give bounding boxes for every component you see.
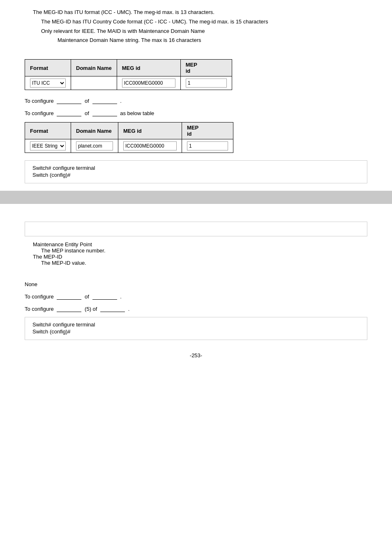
desc-line1: The MEG-ID has ITU format (ICC - UMC). T… bbox=[25, 8, 367, 17]
configure3-dot: . bbox=[120, 294, 122, 300]
table2-domain-input[interactable] bbox=[76, 141, 113, 150]
table2-meg-input[interactable] bbox=[123, 141, 177, 150]
table1-header-meg: MEG id bbox=[117, 60, 180, 76]
configure3-blank2 bbox=[92, 293, 117, 300]
configure4-text1: To configure bbox=[25, 306, 54, 312]
table2-header-meg: MEG id bbox=[118, 123, 182, 139]
table2-header-mep: MEPid bbox=[182, 123, 233, 139]
configure4-dot: . bbox=[128, 306, 130, 312]
table1-header-mep: MEPid bbox=[180, 60, 232, 76]
code-block1-line1: Switch# configure terminal bbox=[32, 165, 360, 171]
configure4-text2: (5) of bbox=[85, 306, 97, 312]
section2-item1: Maintenance Entity Point bbox=[25, 241, 367, 247]
code-block2-line2: Switch (config)# bbox=[32, 328, 360, 335]
table2-domain-cell[interactable] bbox=[71, 139, 118, 153]
table2-row: IEEE String ITU ICC ITU CC-ICC bbox=[25, 139, 233, 153]
code-block2: Switch# configure terminal Switch (confi… bbox=[25, 317, 367, 340]
configure-line2: To configure of as below table bbox=[25, 110, 367, 116]
page: The MEG-ID has ITU format (ICC - UMC). T… bbox=[0, 0, 392, 375]
configure4-blank2 bbox=[100, 305, 125, 312]
table2-header-domain: Domain Name bbox=[71, 123, 118, 139]
configure1-text2: of bbox=[85, 98, 89, 104]
table1-row: ITU ICC ITU CC-ICC IEEE String bbox=[25, 76, 232, 90]
table1-domain-cell bbox=[71, 76, 117, 90]
configure2-blank2 bbox=[92, 110, 117, 116]
code-block2-line1: Switch# configure terminal bbox=[32, 321, 360, 328]
desc-line2: The MEG-ID has ITU Country Code format (… bbox=[25, 18, 367, 26]
table1: Format Domain Name MEG id MEPid ITU ICC … bbox=[25, 59, 232, 90]
code-block1-line2: Switch (config)# bbox=[32, 172, 360, 178]
page-number: -253- bbox=[190, 352, 202, 358]
configure3-text1: To configure bbox=[25, 294, 54, 300]
table1-meg-input[interactable] bbox=[122, 79, 175, 88]
table2-format-select[interactable]: IEEE String ITU ICC ITU CC-ICC bbox=[30, 141, 66, 150]
table1-header-domain: Domain Name bbox=[71, 60, 117, 76]
configure4-blank1 bbox=[57, 305, 81, 312]
section2-item4: The MEP-ID value. bbox=[25, 260, 367, 266]
section2-content: Maintenance Entity Point The MEP instanc… bbox=[25, 241, 367, 266]
none-label: None bbox=[25, 281, 367, 287]
configure3-text2: of bbox=[85, 294, 89, 300]
desc-line4: Maintenance Domain Name string. The max … bbox=[25, 36, 367, 45]
code-block1: Switch# configure terminal Switch (confi… bbox=[25, 160, 367, 183]
table2-format-cell[interactable]: IEEE String ITU ICC ITU CC-ICC bbox=[25, 139, 71, 153]
table1-mep-input[interactable] bbox=[186, 79, 227, 88]
configure-line3: To configure of . bbox=[25, 293, 367, 300]
table2-header-format: Format bbox=[25, 123, 71, 139]
table2: Format Domain Name MEG id MEPid IEEE Str… bbox=[25, 122, 233, 153]
table1-format-cell[interactable]: ITU ICC ITU CC-ICC IEEE String bbox=[25, 76, 71, 90]
section2-item2: The MEP instance number. bbox=[25, 247, 367, 254]
configure2-text3: as below table bbox=[120, 110, 154, 116]
table1-meg-cell[interactable] bbox=[117, 76, 180, 90]
gray-divider bbox=[0, 191, 392, 204]
configure3-blank1 bbox=[57, 293, 81, 300]
configure1-dot: . bbox=[120, 98, 122, 104]
description-block: The MEG-ID has ITU format (ICC - UMC). T… bbox=[25, 8, 367, 45]
table1-header-format: Format bbox=[25, 60, 71, 76]
configure-line1: To configure of . bbox=[25, 97, 367, 104]
configure-line4: To configure (5) of . bbox=[25, 305, 367, 312]
configure1-text1: To configure bbox=[25, 98, 54, 104]
table2-meg-cell[interactable] bbox=[118, 139, 182, 153]
configure2-text1: To configure bbox=[25, 110, 54, 116]
table2-mep-input[interactable] bbox=[187, 141, 228, 150]
footer: -253- bbox=[25, 352, 367, 358]
table1-mep-cell[interactable] bbox=[180, 76, 232, 90]
configure2-text2: of bbox=[85, 110, 89, 116]
table1-format-select[interactable]: ITU ICC ITU CC-ICC IEEE String bbox=[30, 79, 66, 88]
configure1-blank2 bbox=[92, 97, 117, 104]
table2-mep-cell[interactable] bbox=[182, 139, 233, 153]
white-box-header bbox=[25, 222, 367, 236]
configure2-blank1 bbox=[57, 110, 81, 116]
desc-line3: Only relevant for IEEE. The MAID is with… bbox=[25, 27, 367, 36]
section2-item3: The MEP-ID bbox=[25, 254, 367, 260]
configure1-blank1 bbox=[57, 97, 81, 104]
